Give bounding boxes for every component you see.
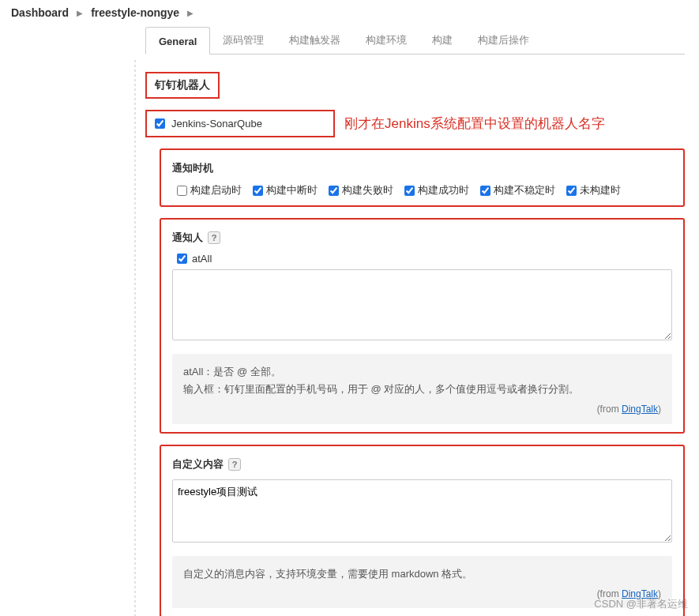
timing-label: 构建启动时 (190, 183, 242, 197)
notify-timing-title: 通知时机 (172, 161, 672, 175)
timing-option-success[interactable]: 构建成功时 (404, 183, 469, 197)
help-from-line: (from DingTalk) (183, 401, 661, 417)
timing-option-notbuilt[interactable]: 未构建时 (566, 183, 621, 197)
breadcrumb-item-dashboard[interactable]: Dashboard (11, 6, 69, 19)
tab-scm[interactable]: 源码管理 (210, 25, 276, 54)
chevron-right-icon: ▶ (187, 9, 194, 17)
notify-who-textarea[interactable] (172, 269, 672, 340)
breadcrumb-item-job[interactable]: freestyle-nongye (91, 6, 179, 19)
atall-label: atAll (192, 253, 212, 265)
from-text: (from (597, 404, 622, 415)
timing-checkbox[interactable] (566, 186, 577, 196)
help-text-line: 输入框：钉钉里面配置的手机号码，用于 @ 对应的人，多个值使用逗号或者换行分割。 (183, 381, 661, 398)
timing-label: 构建失败时 (342, 183, 393, 197)
help-from-line: (from DingTalk) (183, 586, 661, 602)
atall-checkbox[interactable] (177, 254, 187, 264)
watermark-text: CSDN @非著名运维 (594, 597, 688, 611)
timing-checkbox[interactable] (404, 186, 415, 196)
tab-build[interactable]: 构建 (419, 25, 465, 54)
robot-enable-checkbox[interactable] (155, 118, 165, 129)
help-text-line: 自定义的消息内容，支持环境变量，需要使用 markdown 格式。 (183, 565, 661, 583)
timing-option-aborted[interactable]: 构建中断时 (253, 183, 318, 197)
timing-label: 未构建时 (580, 183, 621, 197)
notify-who-help: atAll：是否 @ 全部。 输入框：钉钉里面配置的手机号码，用于 @ 对应的人… (172, 354, 672, 424)
notify-who-title: 通知人 (172, 231, 203, 245)
config-tabs: General 源码管理 构建触发器 构建环境 构建 构建后操作 (145, 25, 685, 54)
tab-env[interactable]: 构建环境 (353, 25, 419, 54)
timing-label: 构建成功时 (418, 183, 469, 197)
tab-triggers[interactable]: 构建触发器 (276, 25, 353, 54)
notify-timing-panel: 通知时机 构建启动时 构建中断时 构建失败时 构建成功时 构建不稳定时 未构建时 (160, 148, 685, 207)
tab-general[interactable]: General (145, 27, 210, 54)
timing-option-start[interactable]: 构建启动时 (177, 183, 242, 197)
robot-name-label: Jenkins-SonarQube (171, 118, 262, 130)
help-icon[interactable]: ? (228, 458, 241, 471)
chevron-right-icon: ▶ (77, 9, 83, 17)
notify-who-panel: 通知人 ? atAll atAll：是否 @ 全部。 输入框：钉钉里面配置的手机… (160, 218, 685, 434)
timing-checkbox[interactable] (329, 186, 339, 196)
help-icon[interactable]: ? (208, 231, 220, 244)
timing-option-unstable[interactable]: 构建不稳定时 (480, 183, 555, 197)
timing-checkbox[interactable] (177, 186, 187, 196)
custom-content-textarea[interactable] (172, 479, 672, 543)
notify-timing-options: 构建启动时 构建中断时 构建失败时 构建成功时 构建不稳定时 未构建时 (177, 183, 672, 197)
timing-option-failure[interactable]: 构建失败时 (329, 183, 393, 197)
custom-content-panel: 自定义内容 ? 自定义的消息内容，支持环境变量，需要使用 markdown 格式… (160, 445, 685, 616)
tab-postbuild[interactable]: 构建后操作 (465, 25, 542, 54)
custom-content-title: 自定义内容 (172, 457, 224, 471)
dingtalk-link[interactable]: DingTalk (622, 404, 658, 415)
timing-label: 构建不稳定时 (494, 183, 555, 197)
timing-label: 构建中断时 (266, 183, 318, 197)
breadcrumb: Dashboard ▶ freestyle-nongye ▶ (0, 0, 699, 25)
drag-handle-column[interactable] (126, 60, 145, 616)
help-text-line: atAll：是否 @ 全部。 (183, 363, 661, 381)
section-title-dingtalk: 钉钉机器人 (145, 72, 220, 99)
robot-enable-row: Jenkins-SonarQube (145, 110, 335, 137)
annotation-text: 刚才在Jenkins系统配置中设置的机器人名字 (344, 115, 605, 133)
timing-checkbox[interactable] (253, 186, 263, 196)
from-close: ) (658, 404, 661, 415)
timing-checkbox[interactable] (480, 186, 490, 196)
